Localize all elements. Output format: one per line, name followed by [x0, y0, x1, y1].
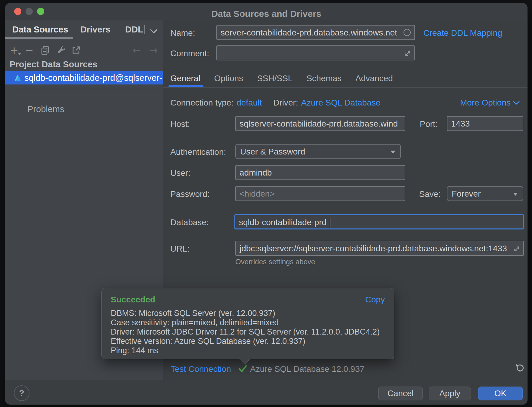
export-icon[interactable]: [71, 45, 82, 56]
connection-result-text: Azure SQL Database 12.0.937: [250, 364, 364, 374]
result-line-ping: Ping: 144 ms: [111, 346, 388, 355]
expand-editor-icon[interactable]: [512, 245, 521, 253]
azure-sql-icon: [13, 73, 22, 82]
tab-general[interactable]: General: [170, 74, 200, 83]
user-label: User:: [170, 168, 190, 178]
success-check-icon: [238, 364, 248, 373]
more-options-link[interactable]: More Options: [460, 98, 520, 108]
driver-label: Driver:: [273, 98, 298, 108]
tab-drivers[interactable]: Drivers: [80, 25, 110, 35]
forward-arrow-icon[interactable]: →: [148, 45, 159, 56]
problems-section-label[interactable]: Problems: [27, 104, 64, 114]
password-input[interactable]: <hidden>: [235, 186, 405, 201]
test-connection-link[interactable]: Test Connection: [171, 364, 231, 374]
tab-ssh-ssl[interactable]: SSH/SSL: [257, 74, 292, 83]
authentication-select[interactable]: User & Password: [235, 144, 401, 159]
sidebar-divider: [10, 94, 163, 94]
save-select[interactable]: Forever: [447, 186, 523, 201]
user-value: admindb: [236, 166, 405, 178]
test-result-status: Succeeded: [111, 295, 155, 304]
host-input[interactable]: sqlserver-contabilidade-prd.database.win…: [235, 116, 405, 131]
remove-data-source-icon[interactable]: −: [24, 45, 35, 56]
ok-button[interactable]: OK: [478, 387, 523, 400]
data-source-item-selected[interactable]: sqldb-contabilidade-prd@sqlserver-: [5, 71, 163, 84]
password-label: Password:: [170, 189, 210, 199]
name-input[interactable]: server-contabilidade-prd.database.window…: [216, 25, 415, 40]
apply-button[interactable]: Apply: [429, 387, 471, 400]
authentication-value: User & Password: [236, 145, 400, 157]
save-value: Forever: [447, 187, 523, 199]
url-label: URL:: [170, 244, 190, 254]
data-source-name: sqldb-contabilidade-prd@sqlserver-: [24, 71, 162, 84]
save-label: Save:: [419, 189, 441, 199]
expand-editor-icon[interactable]: [404, 49, 412, 58]
driver-value-link[interactable]: Azure SQL Database: [301, 98, 381, 108]
result-line-driver: Driver: Microsoft JDBC Driver 11.2 for S…: [111, 327, 388, 337]
password-placeholder: <hidden>: [236, 187, 405, 199]
wrench-icon[interactable]: [56, 45, 67, 56]
url-hint: Overrides settings above: [235, 258, 315, 266]
database-value: sqldb-contabilidade-prd: [235, 215, 329, 227]
project-data-sources-header: Project Data Sources: [10, 60, 97, 69]
tab-overflow-separator: [144, 25, 145, 34]
database-label: Database:: [170, 218, 209, 227]
connection-type-value-link[interactable]: default: [237, 98, 262, 108]
tab-ddl[interactable]: DDL: [125, 25, 143, 35]
titlebar: Data Sources and Drivers: [5, 3, 527, 20]
comment-value: [217, 46, 414, 48]
port-label: Port:: [420, 119, 438, 129]
tabs-divider: [163, 87, 527, 88]
host-label: Host:: [170, 119, 190, 129]
database-input[interactable]: sqldb-contabilidade-prd: [234, 214, 524, 229]
add-data-source-icon[interactable]: +: [9, 45, 20, 56]
authentication-label: Authentication:: [170, 147, 226, 157]
dialog-footer: ? Cancel Apply OK: [5, 380, 527, 405]
window-title: Data Sources and Drivers: [5, 9, 527, 19]
host-value: sqlserver-contabilidade-prd.database.win…: [236, 117, 405, 129]
cancel-button[interactable]: Cancel: [378, 387, 423, 400]
chevron-down-icon[interactable]: [150, 29, 158, 34]
result-line-dbms: DBMS: Microsoft SQL Server (ver. 12.00.9…: [111, 309, 388, 318]
port-value: 1433: [447, 117, 523, 129]
more-options-label: More Options: [460, 98, 511, 108]
regenerate-name-icon[interactable]: [404, 29, 411, 36]
dropdown-arrow-icon: [513, 193, 518, 196]
active-settings-tab-underline: [169, 85, 203, 87]
chevron-down-icon: [513, 101, 520, 105]
add-dropdown-caret: [18, 53, 21, 55]
connection-type-row: Connection type: default Driver: Azure S…: [170, 98, 380, 108]
comment-input[interactable]: [216, 45, 415, 60]
dropdown-arrow-icon: [391, 151, 395, 154]
tab-options[interactable]: Options: [214, 74, 243, 83]
active-tab-underline: [5, 37, 73, 39]
connection-type-label: Connection type:: [170, 98, 234, 108]
url-value: jdbc:sqlserver://sqlserver-contabilidade…: [236, 241, 523, 253]
text-caret: [330, 218, 330, 227]
settings-tabs: General Options SSH/SSL Schemas Advanced: [170, 74, 393, 83]
tab-schemas[interactable]: Schemas: [306, 74, 342, 83]
comment-label: Comment:: [170, 49, 209, 58]
test-result-details: DBMS: Microsoft SQL Server (ver. 12.00.9…: [111, 309, 388, 355]
test-connection-result-popup: Succeeded Copy DBMS: Microsoft SQL Serve…: [101, 288, 394, 359]
name-label: Name:: [170, 28, 195, 38]
data-sources-dialog: Data Sources and Drivers Data Sources Dr…: [5, 3, 528, 405]
duplicate-icon[interactable]: [40, 45, 51, 56]
tab-data-sources[interactable]: Data Sources: [12, 25, 68, 35]
port-input[interactable]: 1433: [447, 116, 523, 131]
copy-result-link[interactable]: Copy: [365, 295, 385, 304]
result-line-case-sensitivity: Case sensitivity: plain=mixed, delimited…: [111, 318, 388, 327]
result-line-effective-version: Effective version: Azure SQL Database (v…: [111, 337, 388, 346]
create-ddl-mapping-link[interactable]: Create DDL Mapping: [423, 28, 502, 38]
back-arrow-icon[interactable]: ←: [131, 45, 142, 56]
revert-undo-icon[interactable]: [515, 363, 524, 373]
url-input[interactable]: jdbc:sqlserver://sqlserver-contabilidade…: [235, 241, 524, 256]
user-input[interactable]: admindb: [235, 165, 405, 180]
name-value: server-contabilidade-prd.database.window…: [217, 26, 414, 38]
tab-advanced[interactable]: Advanced: [355, 74, 393, 83]
help-button[interactable]: ?: [14, 385, 29, 401]
